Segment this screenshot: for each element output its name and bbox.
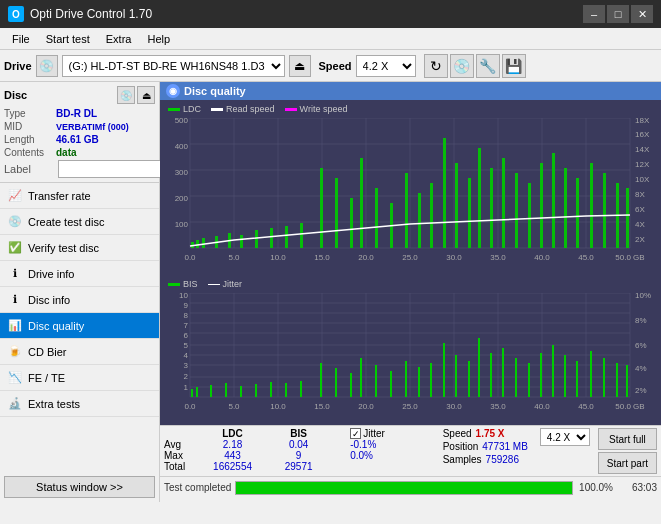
progress-status: Test completed (164, 482, 231, 493)
svg-text:12X: 12X (635, 160, 650, 169)
transfer-rate-icon: 📈 (8, 189, 22, 203)
svg-text:8%: 8% (635, 316, 647, 325)
menu-file[interactable]: File (4, 31, 38, 47)
save-button[interactable]: 💾 (502, 54, 526, 78)
contents-value: data (56, 147, 77, 158)
svg-rect-158 (576, 361, 578, 397)
sidebar-item-disc-info[interactable]: ℹ Disc info (0, 287, 159, 313)
sidebar-item-verify-test-disc[interactable]: ✅ Verify test disc (0, 235, 159, 261)
svg-text:45.0: 45.0 (578, 253, 594, 262)
svg-rect-145 (418, 367, 420, 397)
svg-text:16X: 16X (635, 130, 650, 139)
drive-select[interactable]: (G:) HL-DT-ST BD-RE WH16NS48 1.D3 (62, 55, 285, 77)
svg-rect-67 (478, 148, 481, 248)
extra-tests-icon: 🔬 (8, 397, 22, 411)
start-full-button[interactable]: Start full (598, 428, 657, 450)
chart1-area: 500 400 300 200 100 18X 16X 14X 12X 10X … (160, 118, 661, 275)
disc-info-icon: ℹ (8, 293, 22, 307)
avg-ldc: 2.18 (194, 439, 271, 450)
sidebar-item-disc-quality[interactable]: 📊 Disc quality (0, 313, 159, 339)
svg-rect-47 (202, 238, 205, 248)
svg-rect-55 (320, 168, 323, 248)
sidebar-item-extra-tests[interactable]: 🔬 Extra tests (0, 391, 159, 417)
svg-rect-134 (255, 384, 257, 397)
svg-rect-139 (335, 368, 337, 397)
svg-rect-133 (240, 386, 242, 397)
svg-text:100: 100 (175, 220, 189, 229)
sidebar-item-label: CD Bier (28, 346, 67, 358)
svg-text:9: 9 (184, 301, 189, 310)
total-ldc: 1662554 (194, 461, 271, 472)
svg-rect-66 (468, 178, 471, 248)
svg-text:14X: 14X (635, 145, 650, 154)
svg-text:40.0: 40.0 (534, 402, 550, 411)
speed-label: Speed (319, 60, 352, 72)
svg-text:500: 500 (175, 118, 189, 125)
svg-rect-56 (335, 178, 338, 248)
speed-select[interactable]: 4.2 X (356, 55, 416, 77)
sidebar-item-transfer-rate[interactable]: 📈 Transfer rate (0, 183, 159, 209)
sidebar-item-label: Extra tests (28, 398, 80, 410)
close-button[interactable]: ✕ (631, 5, 653, 23)
svg-rect-70 (515, 173, 518, 248)
svg-rect-53 (285, 226, 288, 248)
samples-value: 759286 (486, 454, 519, 465)
svg-rect-69 (502, 158, 505, 248)
svg-rect-79 (626, 188, 629, 248)
svg-rect-149 (468, 361, 470, 397)
disc-section: Disc 💿 ⏏ Type BD-R DL MID VERBATIMf (000… (0, 82, 159, 183)
svg-text:35.0: 35.0 (490, 253, 506, 262)
svg-text:400: 400 (175, 142, 189, 151)
svg-rect-68 (490, 168, 493, 248)
sidebar-item-drive-info[interactable]: ℹ Drive info (0, 261, 159, 287)
svg-text:5.0: 5.0 (228, 402, 240, 411)
avg-bis: 0.04 (271, 439, 326, 450)
svg-text:0.0: 0.0 (184, 402, 196, 411)
svg-rect-64 (443, 138, 446, 248)
sidebar-item-cd-bier[interactable]: 🍺 CD Bier (0, 339, 159, 365)
app-icon: O (8, 6, 24, 22)
drive-label: Drive (4, 60, 32, 72)
disc-quality-icon: 📊 (8, 319, 22, 333)
svg-rect-135 (270, 382, 272, 397)
svg-rect-159 (590, 351, 592, 397)
disc-eject-btn[interactable]: ⏏ (137, 86, 155, 104)
menu-help[interactable]: Help (139, 31, 178, 47)
progress-bar-container: Test completed 100.0% 63:03 (160, 476, 661, 498)
svg-text:50.0 GB: 50.0 GB (615, 253, 644, 262)
svg-rect-141 (360, 358, 362, 397)
jitter-check-cell[interactable]: ✓ Jitter (346, 428, 431, 439)
sidebar-item-create-test-disc[interactable]: 💿 Create test disc (0, 209, 159, 235)
settings-button[interactable]: 🔧 (476, 54, 500, 78)
maximize-button[interactable]: □ (607, 5, 629, 23)
refresh-button[interactable]: ↻ (424, 54, 448, 78)
test-speed-select[interactable]: 4.2 X (540, 428, 590, 446)
max-label: Max (164, 450, 194, 461)
status-window-button[interactable]: Status window >> (4, 476, 155, 498)
svg-rect-52 (270, 228, 273, 248)
menu-extra[interactable]: Extra (98, 31, 140, 47)
chart2-area: 10 9 8 7 6 5 4 3 2 1 10% 8% 6% 4% 2% 0.0… (160, 293, 661, 425)
svg-text:20.0: 20.0 (358, 402, 374, 411)
svg-rect-154 (528, 363, 530, 397)
disc-button[interactable]: 💿 (450, 54, 474, 78)
svg-rect-151 (490, 353, 492, 397)
eject-button[interactable]: ⏏ (289, 55, 311, 77)
chart-title: Disc quality (184, 85, 246, 97)
svg-rect-138 (320, 363, 322, 397)
start-part-button[interactable]: Start part (598, 452, 657, 474)
minimize-button[interactable]: – (583, 5, 605, 23)
jitter-checkbox[interactable]: ✓ (350, 428, 361, 439)
svg-text:10X: 10X (635, 175, 650, 184)
svg-rect-58 (360, 158, 363, 248)
speed-position-section: Speed 1.75 X Position 47731 MB Samples 7… (443, 428, 528, 465)
sidebar-item-fe-te[interactable]: 📉 FE / TE (0, 365, 159, 391)
svg-text:2: 2 (184, 372, 189, 381)
menu-start-test[interactable]: Start test (38, 31, 98, 47)
total-label: Total (164, 461, 194, 472)
progress-pages: 63:03 (617, 482, 657, 493)
jitter-header: Jitter (363, 428, 385, 439)
svg-rect-76 (590, 163, 593, 248)
speed-select-section: 4.2 X (540, 428, 590, 446)
svg-rect-148 (455, 355, 457, 397)
